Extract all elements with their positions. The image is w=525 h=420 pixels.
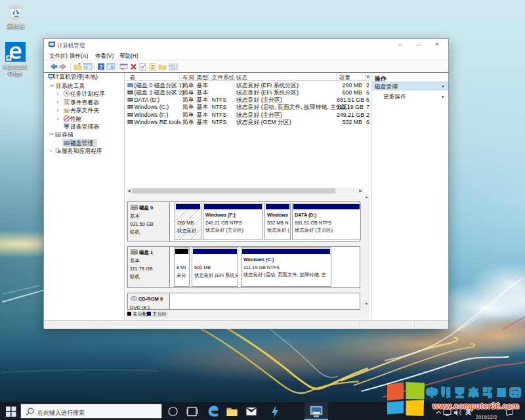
svg-text:?: ? [99, 64, 102, 70]
